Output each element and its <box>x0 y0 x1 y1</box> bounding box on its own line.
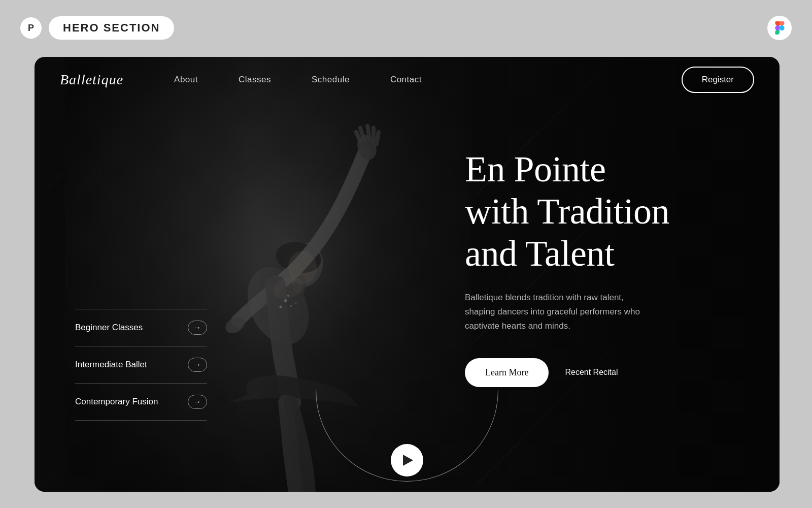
nav-about[interactable]: About <box>174 75 198 85</box>
nav-schedule[interactable]: Schedule <box>312 75 350 85</box>
arrow-icon-intermediate[interactable]: → <box>188 358 207 372</box>
nav-contact[interactable]: Contact <box>390 75 422 85</box>
class-item-beginner[interactable]: Beginner Classes → <box>75 309 207 346</box>
play-section <box>391 444 423 477</box>
top-bar-label: P HERO SECTION <box>20 16 174 40</box>
cta-row: Learn More Recent Recital <box>465 358 739 387</box>
brand-logo: Balletique <box>60 72 123 88</box>
hero-subtitle: Balletique blends tradition with raw tal… <box>465 291 648 333</box>
hero-heading: En Pointe with Tradition and Talent <box>465 148 739 274</box>
play-button[interactable] <box>391 444 423 477</box>
class-label-contemporary: Contemporary Fusion <box>75 397 158 407</box>
hero-card: Balletique About Classes Schedule Contac… <box>35 57 780 492</box>
class-label-intermediate: Intermediate Ballet <box>75 360 147 370</box>
navbar: Balletique About Classes Schedule Contac… <box>35 57 780 103</box>
p-icon: P <box>20 17 42 39</box>
class-list-sidebar: Beginner Classes → Intermediate Ballet →… <box>75 309 207 421</box>
top-bar: P HERO SECTION <box>0 0 812 56</box>
section-title: HERO SECTION <box>49 16 174 40</box>
figma-icon <box>767 16 792 40</box>
class-label-beginner: Beginner Classes <box>75 323 143 333</box>
nav-links: About Classes Schedule Contact <box>174 75 641 85</box>
nav-classes[interactable]: Classes <box>239 75 271 85</box>
arrow-icon-beginner[interactable]: → <box>188 321 207 335</box>
class-item-intermediate[interactable]: Intermediate Ballet → <box>75 346 207 384</box>
class-item-contemporary[interactable]: Contemporary Fusion → <box>75 384 207 421</box>
recent-recital-link[interactable]: Recent Recital <box>565 368 618 377</box>
register-button[interactable]: Register <box>682 67 754 93</box>
arrow-icon-contemporary[interactable]: → <box>188 395 207 409</box>
play-icon <box>403 455 413 466</box>
hero-content: En Pointe with Tradition and Talent Ball… <box>465 148 739 387</box>
learn-more-button[interactable]: Learn More <box>465 358 549 387</box>
